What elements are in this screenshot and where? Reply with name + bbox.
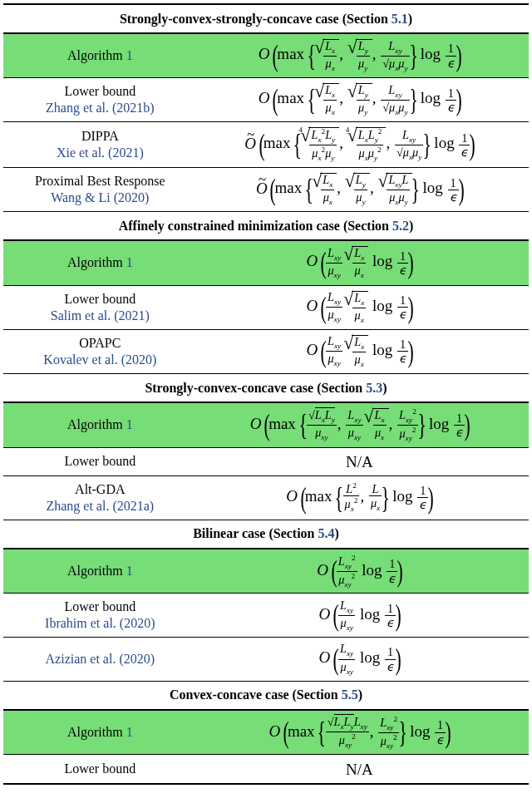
method-cell: Algorithm 1 — [7, 47, 194, 64]
algorithm-link[interactable]: 1 — [126, 48, 133, 62]
method-cell: DIPPAXie et al. (2021) — [7, 128, 194, 161]
header-text: Strongly-convex-strongly-concave case (S… — [120, 12, 412, 27]
complexity-cell: O (Lxyμxy√Lxμx log 1ϵ) — [194, 246, 525, 279]
method-cell: Alt-GDAZhang et al. (2021a) — [7, 481, 194, 515]
method-cell: Lower bound — [7, 761, 194, 777]
table-row: Alt-GDAZhang et al. (2021a) O (max {L2μx… — [3, 476, 529, 520]
method-cell: Proximal Best ResponseWang & Li (2020) — [7, 173, 194, 206]
algorithm-link[interactable]: 1 — [126, 417, 133, 431]
complexity-cell: O (Lxy2μxy2 log 1ϵ) — [194, 554, 525, 589]
method-cell: Lower bound — [7, 453, 194, 470]
section-link[interactable]: 5.2 — [392, 219, 409, 233]
complexity-cell: O (Lxyμxy√Lxμx log 1ϵ) — [194, 335, 525, 368]
section-header-5-3: Strongly-convex-concave case (Section 5.… — [3, 374, 529, 402]
table-row: Algorithm 1 O (Lxyμxy√Lxμx log 1ϵ) — [3, 240, 529, 285]
method-cell: Azizian et al. (2020) — [7, 651, 194, 668]
table-row: Azizian et al. (2020) O (Lxyμxy log 1ϵ) — [3, 638, 529, 681]
citation-link[interactable]: Zhang et al. (2021a) — [46, 499, 154, 513]
method-cell: Algorithm 1 — [7, 724, 194, 741]
method-cell: Lower boundZhang et al. (2021b) — [7, 83, 194, 116]
section-header-5-1: Strongly-convex-strongly-concave case (S… — [3, 5, 529, 33]
table-row: Algorithm 1 O (max {√LxLyμxy, Lxyμxy√Lxμ… — [3, 402, 529, 448]
citation-link[interactable]: Ibrahim et al. (2020) — [45, 616, 155, 630]
complexity-cell: O (max {L2μx2, Lμx} log 1ϵ) — [194, 482, 525, 513]
citation-link[interactable]: Salim et al. (2021) — [51, 308, 150, 323]
complexity-cell: O (max {√Lx2Lyμx2μy, √LxLy2μxμy2, Lxy√μx… — [194, 127, 525, 162]
method-cell: Lower boundSalim et al. (2021) — [7, 291, 194, 324]
header-text: Bilinear case (Section 5.4) — [193, 526, 339, 541]
table-row: OPAPCKovalev et al. (2020) O (Lxyμxy√Lxμ… — [3, 330, 529, 374]
table-row: Proximal Best ResponseWang & Li (2020) O… — [3, 168, 529, 212]
header-text: Convex-concave case (Section 5.5) — [170, 687, 362, 702]
section-link[interactable]: 5.3 — [366, 381, 382, 395]
table-row: Lower boundSalim et al. (2021) O (Lxyμxy… — [3, 286, 529, 330]
complexity-cell: O (max {√Lxμx, √Lyμy, Lxy√μxμy} log 1ϵ) — [194, 39, 525, 72]
complexity-cell: O (Lxyμxy log 1ϵ) — [194, 643, 525, 675]
complexity-cell: O (max {√Lxμx, √Lyμy, Lxy√μxμy} log 1ϵ) — [194, 83, 525, 116]
section-link[interactable]: 5.4 — [318, 526, 335, 540]
section-header-5-2: Affinely constrained minimization case (… — [3, 212, 529, 240]
section-link[interactable]: 5.1 — [392, 12, 408, 26]
complexity-cell: N/A — [194, 454, 525, 470]
table-row: Algorithm 1 O (max {√Lxμx, √Lyμy, Lxy√μx… — [3, 33, 529, 78]
section-link[interactable]: 5.5 — [342, 687, 358, 702]
citation-link[interactable]: Xie et al. (2021) — [57, 145, 144, 160]
table-row: Lower bound N/A — [3, 755, 529, 783]
table-row: Algorithm 1 O (Lxy2μxy2 log 1ϵ) — [3, 549, 529, 594]
citation-link[interactable]: Zhang et al. (2021b) — [46, 101, 155, 115]
header-text: Affinely constrained minimization case (… — [119, 219, 414, 234]
method-cell: Algorithm 1 — [7, 563, 194, 579]
table-row: Lower bound N/A — [3, 448, 529, 476]
table-row: Lower boundIbrahim et al. (2020) O (Lxyμ… — [3, 594, 529, 638]
algorithm-link[interactable]: 1 — [126, 564, 133, 578]
method-cell: OPAPCKovalev et al. (2020) — [7, 335, 194, 368]
complexity-table: Strongly-convex-strongly-concave case (S… — [3, 3, 529, 785]
complexity-cell: O (max {√LxLyLxyμxy2, Lxy2μxy2} log 1ϵ) — [194, 716, 525, 750]
complexity-cell: O (Lxyμxy log 1ϵ) — [194, 599, 525, 632]
table-row: Algorithm 1 O (max {√LxLyLxyμxy2, Lxy2μx… — [3, 710, 529, 756]
complexity-cell: O (Lxyμxy√Lxμx log 1ϵ) — [194, 291, 525, 324]
complexity-cell: O (max {√LxLyμxy, Lxyμxy√Lxμx, Lxy2μxy2}… — [194, 408, 525, 442]
citation-link[interactable]: Kovalev et al. (2020) — [43, 352, 156, 367]
header-text: Strongly-convex-concave case (Section 5.… — [145, 381, 387, 396]
section-header-5-4: Bilinear case (Section 5.4) — [3, 520, 529, 549]
algorithm-link[interactable]: 1 — [126, 255, 133, 269]
algorithm-link[interactable]: 1 — [126, 725, 133, 739]
citation-link[interactable]: Azizian et al. (2020) — [46, 652, 155, 666]
section-header-5-5: Convex-concave case (Section 5.5) — [3, 682, 529, 710]
table-row: DIPPAXie et al. (2021) O (max {√Lx2Lyμx2… — [3, 122, 529, 168]
method-cell: Algorithm 1 — [7, 416, 194, 433]
table-row: Lower boundZhang et al. (2021b) O (max {… — [3, 78, 529, 122]
citation-link[interactable]: Wang & Li (2020) — [51, 190, 149, 204]
complexity-cell: O (max {√Lxμx, √Lyμy, √LxyLμxμy} log 1ϵ) — [194, 173, 525, 206]
method-cell: Algorithm 1 — [7, 254, 194, 271]
complexity-cell: N/A — [194, 761, 525, 777]
method-cell: Lower boundIbrahim et al. (2020) — [7, 599, 194, 632]
